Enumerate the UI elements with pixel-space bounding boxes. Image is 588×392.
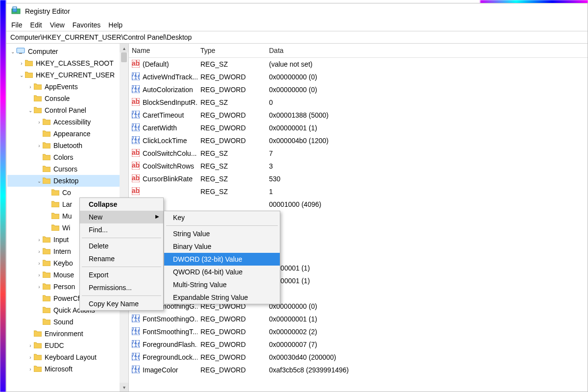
tree-item-label: AppEvents [45,83,78,91]
expand-icon[interactable]: ⌄ [9,49,16,54]
tree-item[interactable]: Cursors [7,163,127,175]
column-header-data[interactable]: Data [266,46,588,55]
tree-item[interactable]: ⌄Desktop [7,175,127,187]
address-bar[interactable]: Computer\HKEY_CURRENT_USER\Control Panel… [6,31,588,44]
new-submenu[interactable]: KeyString ValueBinary ValueDWORD (32-bit… [164,211,280,304]
tree-item[interactable]: ›Microsoft [7,363,127,375]
column-header-name[interactable]: Name [129,46,197,55]
folder-icon [43,177,53,185]
list-header[interactable]: Name Type Data [129,44,588,58]
svg-text:110: 110 [132,86,140,93]
menu-item[interactable]: Expandable String Value [164,291,280,304]
tree-item[interactable]: Console [7,93,127,104]
value-type: REG_DWORD [197,111,266,119]
tree-item[interactable]: ⌄Control Panel [7,104,127,116]
menu-file[interactable]: File [11,21,23,29]
value-row[interactable]: 011110AutoColorizationREG_DWORD0x0000000… [129,83,588,96]
menu-item[interactable]: String Value [164,227,280,240]
expand-icon[interactable]: › [36,272,43,278]
tree-item[interactable]: ›EUDC [7,340,127,351]
expand-icon[interactable]: › [36,249,43,254]
expand-icon[interactable]: › [36,143,43,148]
scroll-down-button[interactable]: ▾ [120,383,128,392]
expand-icon[interactable]: ⌄ [18,73,25,78]
expand-icon[interactable]: › [36,284,43,290]
value-name: (Default) [143,60,169,68]
menu-item[interactable]: Collapse [80,198,163,211]
value-row[interactable]: ab(Default)REG_SZ(value not set) [129,58,588,71]
menu-item[interactable]: Key [164,211,280,224]
menu-item[interactable]: DWORD (32-bit) Value [164,253,280,266]
menu-item-label: Rename [89,255,115,263]
tree-item-label: Computer [28,48,58,55]
expand-icon[interactable]: › [27,84,34,90]
key-context-menu[interactable]: CollapseNew▶Find...DeleteRenameExportPer… [79,197,164,311]
value-type: REG_DWORD [197,353,266,361]
menu-item[interactable]: QWORD (64-bit) Value [164,266,280,278]
tree-item[interactable]: ›HKEY_CLASSES_ROOT [7,57,127,69]
value-row[interactable]: 011110CaretWidthREG_DWORD0x00000001 (1) [129,122,588,134]
tree-item[interactable]: ›Bluetooth [7,140,127,151]
expand-icon[interactable]: › [27,355,34,360]
tree-item[interactable]: Sound [7,316,127,328]
tree-item-label: Mouse [53,271,74,279]
menu-item[interactable]: Permissions... [80,281,163,294]
value-row[interactable]: abREG_SZ1 [129,185,588,198]
value-data: 0 [266,98,588,106]
menu-item[interactable]: Binary Value [164,240,280,253]
menu-item[interactable]: New▶ [80,211,163,223]
folder-icon [34,365,45,373]
expand-icon[interactable]: › [27,343,34,348]
menu-edit[interactable]: Edit [30,21,42,29]
titlebar: Registry Editor [6,3,588,19]
tree-item[interactable]: ⌄HKEY_CURRENT_USER [7,69,127,81]
scroll-thumb[interactable] [121,52,127,62]
value-row[interactable]: abCoolSwitchRowsREG_SZ3 [129,160,588,172]
tree-item[interactable]: ›Accessibility [7,116,127,128]
value-row[interactable]: 011110ActiveWndTrack...REG_DWORD0x000000… [129,71,588,83]
menu-item[interactable]: Delete [80,240,163,252]
menu-item-label: Copy Key Name [89,300,139,308]
menu-item[interactable]: Export [80,269,163,281]
tree-item[interactable]: Co [7,187,127,198]
computer-icon [16,48,28,56]
value-row[interactable]: 011110FontSmoothingT...REG_DWORD0x000000… [129,325,588,338]
expand-icon[interactable]: › [36,237,43,243]
svg-text:110: 110 [132,341,140,348]
expand-icon[interactable]: ⌄ [27,108,34,113]
value-row[interactable]: 011110ForegroundLock...REG_DWORD0x00030d… [129,351,588,364]
menu-favorites[interactable]: Favorites [73,21,101,29]
menu-item[interactable]: Rename [80,252,163,265]
menu-item[interactable]: Find... [80,223,163,236]
menu-item[interactable]: Copy Key Name [80,297,163,310]
expand-icon[interactable]: › [36,261,43,266]
value-row[interactable]: abBlockSendInputR...REG_SZ0 [129,96,588,109]
value-row[interactable]: 011110FontSmoothingO...REG_DWORD0x000000… [129,313,588,325]
menu-item[interactable]: Multi-String Value [164,278,280,291]
value-row[interactable]: 011110CaretTimeoutREG_DWORD0x00001388 (5… [129,109,588,122]
menu-view[interactable]: View [50,21,65,29]
menu-separator [82,267,161,267]
expand-icon[interactable]: › [36,120,43,125]
expand-icon[interactable]: › [27,367,34,372]
value-row[interactable]: abCursorBlinkRateREG_SZ530 [129,172,588,185]
tree-item[interactable]: Environment [7,328,127,340]
value-icon: 011110 [132,73,140,82]
tree-item[interactable]: ›Keyboard Layout [7,351,127,363]
value-row[interactable]: 011110ClickLockTimeREG_DWORD0x000004b0 (… [129,134,588,147]
value-row[interactable]: 00001000 (4096) [129,198,588,211]
tree-item[interactable]: ›AppEvents [7,81,127,93]
tree-item[interactable]: Colors [7,151,127,163]
column-header-type[interactable]: Type [197,46,266,55]
expand-icon[interactable]: ⌄ [36,178,43,184]
tree-item[interactable]: ⌄Computer [7,46,127,57]
value-row[interactable]: 011110ForegroundFlash...REG_DWORD0x00000… [129,338,588,351]
value-row[interactable]: 011110ImageColorREG_DWORD0xaf3cb5c8 (293… [129,364,588,376]
value-row[interactable]: abCoolSwitchColu...REG_SZ7 [129,147,588,160]
menu-help[interactable]: Help [108,21,122,29]
expand-icon[interactable]: › [18,61,25,66]
tree-item[interactable]: Appearance [7,128,127,140]
scroll-up-button[interactable]: ▴ [120,44,128,52]
window-title: Registry Editor [25,7,70,15]
menu-item-label: Find... [89,226,108,234]
